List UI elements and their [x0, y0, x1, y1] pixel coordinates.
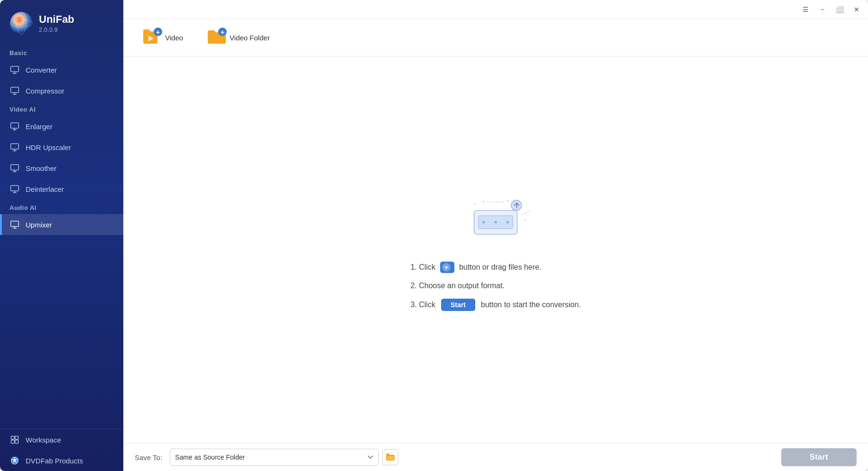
add-folder-button[interactable]: + Video Folder	[199, 26, 278, 49]
sidebar: UniFab 2.0.0.9 Basic Converter	[0, 0, 123, 471]
sidebar-item-compressor[interactable]: Compressor	[0, 80, 123, 101]
svg-point-29	[483, 201, 485, 203]
sidebar-bottom: Workspace DVDFab Products	[0, 429, 123, 471]
upmixer-icon	[9, 219, 20, 230]
minimize-button[interactable]: −	[816, 3, 829, 16]
svg-rect-9	[11, 221, 19, 227]
svg-rect-5	[11, 123, 19, 129]
main-layout: UniFab 2.0.0.9 Basic Converter	[0, 0, 868, 471]
step3-suffix-text: button to start the conversion.	[481, 301, 581, 309]
toolbar: + Video + Video Folder	[123, 19, 868, 57]
compressor-icon	[9, 85, 20, 96]
smoother-icon	[9, 163, 20, 173]
sidebar-item-label: Converter	[26, 66, 57, 74]
sidebar-item-hdr-upscaler[interactable]: HDR Upscaler	[0, 137, 123, 158]
sidebar-item-label: Workspace	[26, 436, 61, 444]
workspace-icon	[9, 434, 20, 445]
instructions: 1. Click + button or drag files here. 2.…	[410, 262, 581, 311]
svg-point-26	[511, 200, 522, 211]
step1-suffix-text: button or drag files here.	[459, 263, 541, 272]
sidebar-item-deinterlacer[interactable]: Deinterlacer	[0, 179, 123, 199]
svg-rect-10	[11, 436, 15, 440]
sidebar-scroll: Basic Converter Compressor Video AI	[0, 45, 123, 429]
app-version: 2.0.0.9	[39, 26, 74, 33]
step1-text: 1. Click	[410, 263, 435, 272]
bottom-bar: Save To: Same as Source Folder Start	[123, 443, 868, 471]
basic-section-label: Basic	[0, 45, 123, 59]
empty-state: 1. Click + button or drag files here. 2.…	[410, 188, 581, 311]
sidebar-item-label: DVDFab Products	[26, 457, 83, 465]
step3-text: 3. Click	[410, 301, 435, 309]
svg-rect-17	[143, 29, 150, 33]
svg-point-24	[494, 221, 497, 223]
svg-rect-4	[11, 87, 19, 93]
svg-rect-6	[11, 144, 19, 150]
instruction-1: 1. Click + button or drag files here.	[410, 262, 581, 273]
close-button[interactable]: ✕	[850, 3, 863, 16]
instruction-3: 3. Click Start button to start the conve…	[410, 299, 581, 311]
app-name: UniFab	[39, 13, 74, 26]
inline-add-button: +	[440, 262, 454, 273]
svg-rect-11	[15, 436, 18, 440]
add-folder-label: Video Folder	[230, 34, 270, 42]
hdr-upscaler-icon	[9, 142, 20, 152]
empty-illustration	[448, 188, 543, 247]
add-video-button[interactable]: + Video	[135, 26, 192, 49]
svg-point-0	[10, 12, 33, 35]
inline-plus-circle: +	[442, 263, 451, 272]
title-bar-buttons: ☰ − ⬜ ✕	[799, 3, 863, 16]
svg-rect-20	[208, 30, 215, 35]
svg-point-25	[507, 221, 509, 223]
sidebar-item-workspace[interactable]: Workspace	[0, 429, 123, 450]
browse-folder-icon	[386, 453, 395, 461]
maximize-button[interactable]: ⬜	[833, 3, 846, 16]
svg-rect-35	[387, 456, 394, 460]
logo-section: UniFab 2.0.0.9	[0, 0, 123, 45]
main-content: 1. Click + button or drag files here. 2.…	[123, 57, 868, 443]
folder-select-wrapper: Same as Source Folder	[170, 449, 774, 466]
start-button[interactable]: Start	[781, 448, 857, 466]
dvdfab-icon	[9, 455, 20, 466]
sidebar-item-smoother[interactable]: Smoother	[0, 158, 123, 179]
sidebar-item-label: Compressor	[26, 87, 65, 95]
svg-point-31	[524, 219, 526, 221]
videoai-section-label: Video AI	[0, 101, 123, 116]
sidebar-item-converter[interactable]: Converter	[0, 59, 123, 80]
add-video-label: Video	[165, 34, 183, 42]
svg-point-32	[474, 203, 476, 205]
save-to-label: Save To:	[135, 453, 162, 462]
svg-rect-8	[11, 186, 19, 191]
sidebar-item-upmixer[interactable]: Upmixer	[0, 214, 123, 235]
add-folder-plus-badge: +	[218, 28, 227, 36]
inline-start-button: Start	[441, 299, 475, 311]
sidebar-item-label: HDR Upscaler	[26, 143, 71, 151]
sidebar-item-label: Enlarger	[26, 122, 53, 131]
svg-point-23	[482, 221, 485, 223]
logo-text: UniFab 2.0.0.9	[39, 13, 74, 33]
enlarger-icon	[9, 121, 20, 132]
svg-rect-13	[15, 440, 18, 443]
audioai-section-label: Audio AI	[0, 199, 123, 214]
svg-rect-12	[11, 440, 15, 443]
sidebar-item-label: Upmixer	[26, 221, 52, 229]
svg-point-30	[507, 200, 509, 202]
app-window: UniFab 2.0.0.9 Basic Converter	[0, 0, 868, 471]
content-area: ☰ − ⬜ ✕ +	[123, 0, 868, 471]
instruction-2: 2. Choose an output format.	[410, 282, 581, 290]
add-video-plus-badge: +	[154, 28, 162, 36]
sidebar-item-enlarger[interactable]: Enlarger	[0, 116, 123, 137]
title-bar: ☰ − ⬜ ✕	[123, 0, 868, 19]
sidebar-item-label: Smoother	[26, 164, 56, 172]
step2-text: 2. Choose an output format.	[410, 282, 504, 290]
sidebar-item-dvdfab-products[interactable]: DVDFab Products	[0, 450, 123, 471]
svg-rect-7	[11, 165, 19, 170]
svg-rect-34	[386, 453, 389, 456]
folder-browse-button[interactable]	[382, 449, 398, 465]
deinterlacer-icon	[9, 184, 20, 194]
svg-rect-3	[11, 66, 19, 72]
save-folder-select[interactable]: Same as Source Folder	[170, 449, 379, 466]
converter-icon	[9, 65, 20, 75]
sidebar-item-label: Deinterlacer	[26, 185, 64, 193]
menu-button[interactable]: ☰	[799, 3, 812, 16]
svg-line-28	[522, 210, 530, 215]
